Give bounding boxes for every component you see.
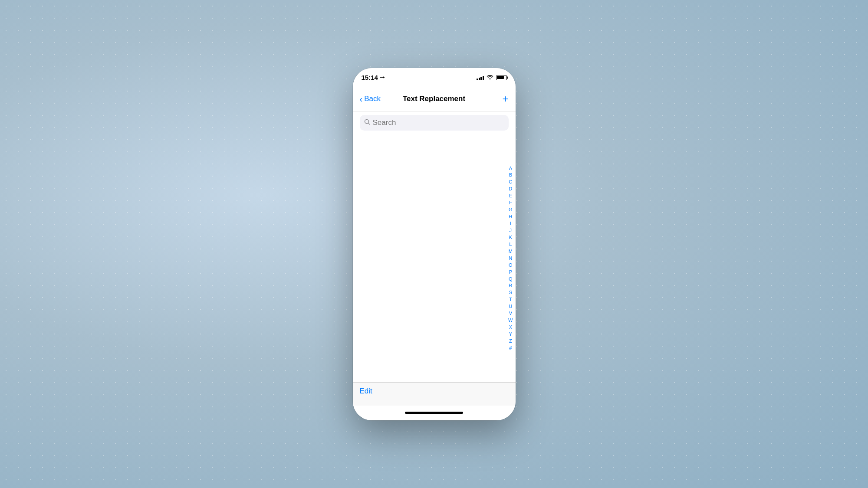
alphabet-index: ABCDEFGHIJKLMNOPQRSTUVWXYZ# [507, 165, 513, 351]
content-area: ABCDEFGHIJKLMNOPQRSTUVWXYZ# [353, 135, 516, 382]
status-bar: 15:14 ⭢ [353, 68, 516, 87]
alpha-letter-r[interactable]: R [508, 282, 513, 289]
alpha-letter-d[interactable]: D [508, 186, 513, 193]
battery-icon [496, 75, 507, 80]
signal-icon [477, 75, 484, 80]
alpha-letter-#[interactable]: # [508, 345, 513, 352]
alpha-letter-s[interactable]: S [508, 289, 513, 296]
time-display: 15:14 [362, 74, 378, 81]
alpha-letter-i[interactable]: I [509, 220, 512, 227]
search-icon [364, 119, 370, 126]
status-time: 15:14 ⭢ [362, 74, 385, 81]
alpha-letter-j[interactable]: J [509, 227, 513, 234]
alpha-letter-x[interactable]: X [508, 324, 513, 331]
alpha-letter-p[interactable]: P [508, 269, 513, 275]
nav-bar: ‹ Back Text Replacement + [353, 87, 516, 111]
alpha-letter-u[interactable]: U [508, 303, 513, 310]
alpha-letter-q[interactable]: Q [508, 275, 513, 282]
alpha-letter-m[interactable]: M [508, 248, 513, 255]
alpha-letter-b[interactable]: B [508, 172, 513, 179]
phone-frame: 15:14 ⭢ ‹ Back [353, 68, 516, 420]
svg-line-1 [368, 123, 370, 125]
status-icons [477, 74, 507, 81]
location-icon: ⭢ [380, 75, 385, 80]
search-input[interactable] [373, 118, 504, 127]
add-button[interactable]: + [502, 94, 508, 104]
alpha-letter-e[interactable]: E [508, 193, 513, 200]
alpha-letter-l[interactable]: L [508, 241, 513, 248]
alpha-letter-a[interactable]: A [508, 165, 513, 172]
alpha-letter-v[interactable]: V [508, 310, 513, 317]
alpha-letter-c[interactable]: C [508, 179, 513, 186]
alpha-letter-f[interactable]: F [508, 200, 513, 206]
alpha-letter-w[interactable]: W [507, 317, 513, 324]
search-bar[interactable] [360, 115, 509, 131]
bottom-toolbar: Edit [353, 382, 516, 406]
wifi-icon [487, 74, 493, 81]
alpha-letter-g[interactable]: G [508, 206, 513, 213]
back-chevron-icon: ‹ [360, 95, 363, 103]
alpha-letter-z[interactable]: Z [508, 338, 513, 345]
home-indicator [353, 406, 516, 420]
search-container [353, 111, 516, 135]
edit-button[interactable]: Edit [360, 387, 372, 396]
alpha-letter-k[interactable]: K [508, 234, 513, 241]
home-bar [405, 412, 463, 414]
back-button[interactable]: ‹ Back [360, 95, 381, 103]
alpha-letter-h[interactable]: H [508, 213, 513, 220]
alpha-letter-n[interactable]: N [508, 255, 513, 262]
alpha-letter-t[interactable]: T [508, 296, 513, 303]
page-title: Text Replacement [403, 95, 465, 103]
alpha-letter-y[interactable]: Y [508, 331, 513, 338]
back-label: Back [364, 95, 381, 103]
alpha-letter-o[interactable]: O [508, 262, 513, 269]
